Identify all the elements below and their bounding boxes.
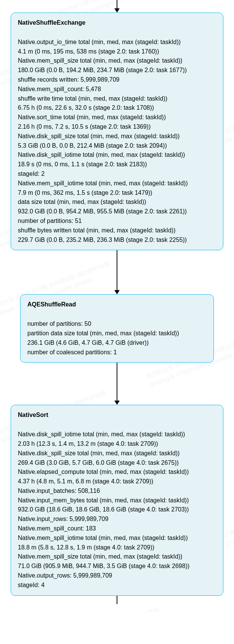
metric-line: Native.sort_time total (min, med, max (s…: [18, 113, 216, 122]
plan-node-metrics: Native.output_io_time total (min, med, m…: [18, 38, 216, 245]
metric-line: shuffle records written: 5,999,989,709: [18, 75, 216, 85]
plan-node-metrics: Native.disk_spill_iotime total (min, med…: [18, 430, 216, 590]
metric-line: 5.3 GiB (0.0 B, 0.0 B, 212.4 MiB (stage …: [18, 141, 216, 151]
metric-line: number of partitions: 51: [18, 216, 216, 226]
edge-arrow: [114, 363, 120, 405]
metric-line: Native.disk_spill_iotime total (min, med…: [18, 150, 216, 160]
metric-line: Native.disk_spill_size total (min, med, …: [18, 132, 216, 141]
metric-line: 2.03 h (12.3 s, 1.4 m, 13.2 m (stage 4.0…: [18, 439, 216, 449]
metric-line: stageId: 4: [18, 581, 216, 590]
metric-line: partition data size total (min, med, max…: [27, 329, 207, 338]
metric-line: 71.0 GiB (905.9 MiB, 944.7 MiB, 3.5 GiB …: [18, 562, 216, 571]
metric-line: Native.mem_spill_iotime total (min, med,…: [18, 534, 216, 543]
metric-line: stageId: 2: [18, 169, 216, 179]
metric-line: Native.input_mem_bytes total (min, med, …: [18, 496, 216, 505]
metric-line: 18.8 m (5.8 s, 12.8 s, 1.9 m (stage 4.0:…: [18, 543, 216, 552]
metric-line: 18.9 s (0 ms, 0 ms, 1.1 s (stage 2.0: ta…: [18, 160, 216, 169]
metric-line: number of coalesced partitions: 1: [27, 348, 207, 357]
metric-line: 932.0 GiB (18.6 GiB, 18.6 GiB, 18.6 GiB …: [18, 505, 216, 515]
metric-line: 6.75 h (0 ms, 22.6 s, 32.0 s (stage 2.0:…: [18, 103, 216, 113]
edge-arrow: [114, 250, 120, 294]
metric-line: Native.mem_spill_size total (min, med, m…: [18, 56, 216, 66]
metric-line: Native.mem_spill_count: 5,478: [18, 85, 216, 94]
metric-line: Native.mem_spill_count: 183: [18, 524, 216, 534]
metric-line: Native.mem_spill_iotime total (min, med,…: [18, 179, 216, 188]
metric-line: Native.output_io_time total (min, med, m…: [18, 38, 216, 47]
metric-line: Native.input_batches: 508,116: [18, 486, 216, 496]
metric-line: 269.4 GiB (3.0 GiB, 5.7 GiB, 6.0 GiB (st…: [18, 458, 216, 468]
metric-line: 2.16 h (0 ms, 7.2 s, 10.5 s (stage 2.0: …: [18, 122, 216, 132]
metric-line: 932.0 GiB (0.0 B, 954.2 MiB, 955.5 MiB (…: [18, 207, 216, 216]
plan-node-title: NativeSort: [18, 410, 216, 420]
metric-line: 4.1 m (0 ms, 195 ms, 538 ms (stage 2.0: …: [18, 47, 216, 57]
metric-line: Native.mem_spill_size total (min, med, m…: [18, 552, 216, 562]
metric-line: number of partitions: 50: [27, 319, 207, 329]
metric-line: Native.disk_spill_size total (min, med, …: [18, 449, 216, 458]
metric-line: 7.9 m (0 ms, 362 ms, 1.5 s (stage 2.0: t…: [18, 188, 216, 198]
metric-line: data size total (min, med, max (stageId:…: [18, 197, 216, 207]
metric-line: Native.input_rows: 5,999,989,709: [18, 515, 216, 524]
metric-line: 229.7 GiB (0.0 B, 235.2 MiB, 236.3 MiB (…: [18, 235, 216, 245]
metric-line: Native.output_rows: 5,999,989,709: [18, 571, 216, 581]
metric-line: Native.disk_spill_iotime total (min, med…: [18, 430, 216, 439]
plan-node-native-sort[interactable]: NativeSort Native.disk_spill_iotime tota…: [11, 405, 223, 595]
plan-node-title: NativeShuffleExchange: [18, 18, 216, 28]
plan-node-title: AQEShuffleRead: [27, 300, 207, 309]
metric-line: 180.0 GiB (0.0 B, 194.2 MiB, 234.7 MiB (…: [18, 66, 216, 75]
metric-line: shuffle write time total (min, med, max …: [18, 94, 216, 104]
plan-node-metrics: number of partitions: 50 partition data …: [27, 319, 207, 357]
plan-node-native-shuffle-exchange[interactable]: NativeShuffleExchange Native.output_io_t…: [11, 13, 223, 250]
plan-node-aqe-shuffle-read[interactable]: AQEShuffleRead number of partitions: 50 …: [20, 294, 214, 363]
metric-line: shuffle bytes written total (min, med, m…: [18, 226, 216, 235]
query-plan-graph: NativeShuffleExchange Native.output_io_t…: [0, 0, 234, 612]
metric-line: 4.37 h (4.8 m, 5.1 m, 6.8 m (stage 4.0: …: [18, 477, 216, 486]
metric-line: Native.elapsed_compute total (min, med, …: [18, 467, 216, 477]
metric-line: 236.1 GiB (4.6 GiB, 4.7 GiB, 4.7 GiB (dr…: [27, 338, 207, 348]
edge-arrow: [114, 0, 120, 13]
edge-arrow: [117, 596, 117, 604]
